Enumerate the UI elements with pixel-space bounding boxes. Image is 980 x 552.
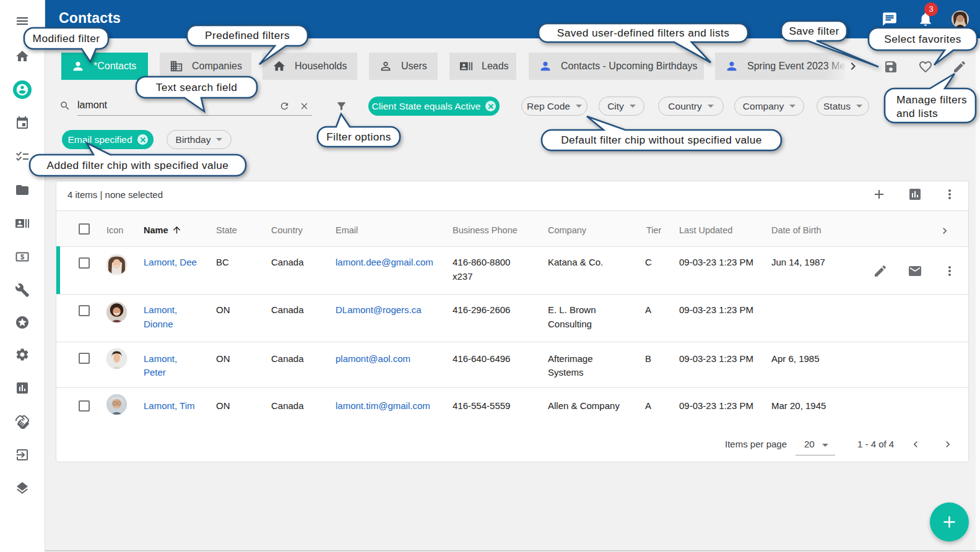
svg-text:$: $ [20, 253, 24, 261]
